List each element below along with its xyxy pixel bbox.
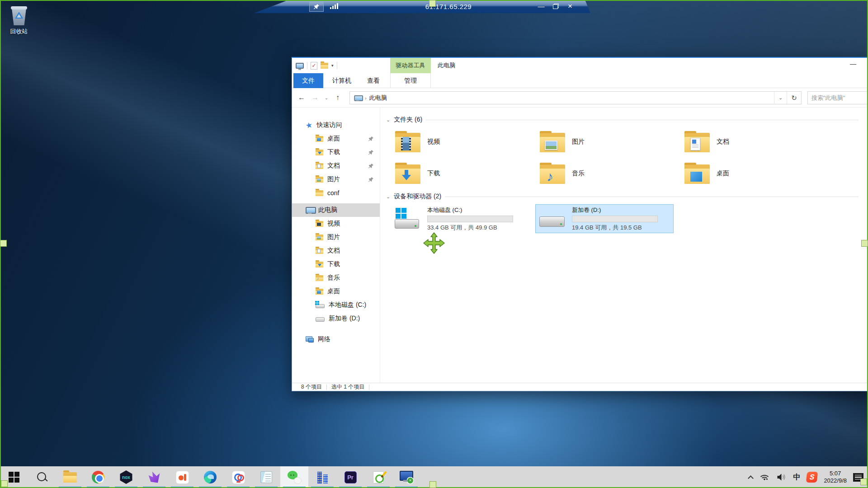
drive-c-tile[interactable]: 本地磁盘 (C:) 33.4 GB 可用，共 49.9 GB <box>391 204 529 233</box>
knot-app-icon <box>232 471 245 483</box>
tab-view[interactable]: 查看 <box>364 73 382 88</box>
ribbon-tab-row: 文件 计算机 查看 管理 <box>292 73 868 88</box>
sidebar-item-network[interactable]: 网络 <box>292 333 380 346</box>
drive-tools-contextual-tab[interactable]: 驱动器工具 <box>390 58 431 73</box>
taskbar-knot-app-icon[interactable] <box>224 466 252 488</box>
folder-tile-documents[interactable]: 文档 <box>680 127 818 156</box>
search-box[interactable] <box>807 91 868 104</box>
recent-locations-caret-icon[interactable]: ⌄ <box>322 95 331 100</box>
sidebar-item-pictures-pc[interactable]: 图片 <box>292 230 380 244</box>
taskbar-premiere-icon[interactable]: Pr <box>336 466 364 488</box>
sidebar-item-downloads[interactable]: 下载 <box>292 145 380 159</box>
folder-tile-music[interactable]: ♪ 音乐 <box>535 159 674 188</box>
breadcrumb-path[interactable]: 此电脑 <box>369 94 387 102</box>
sidebar-item-documents-pc[interactable]: 文档 <box>292 244 380 258</box>
window-title: 此电脑 <box>438 58 455 73</box>
sidebar-item-conf[interactable]: conf <box>292 186 380 200</box>
sidebar-item-this-pc[interactable]: 此电脑 <box>292 203 380 217</box>
pin-icon <box>368 177 374 183</box>
sidebar-item-desktop-pc[interactable]: 桌面 <box>292 285 380 298</box>
drive-d-tile[interactable]: 新加卷 (D:) 19.4 GB 可用，共 19.5 GB <box>535 204 674 233</box>
sidebar-item-downloads-pc[interactable]: 下载 <box>292 258 380 271</box>
recycle-bin[interactable]: 回收站 <box>5 5 33 36</box>
sidebar-item-pictures[interactable]: 图片 <box>292 173 380 186</box>
sogou-icon[interactable]: S <box>806 472 818 483</box>
taskbar-search-button[interactable] <box>28 466 56 488</box>
collapse-chevron-icon[interactable]: ⌄ <box>386 117 390 123</box>
taskbar-remote-desktop-icon[interactable]: × <box>392 466 420 488</box>
volume-icon[interactable] <box>776 473 787 481</box>
taskbar-nox-icon[interactable]: nox <box>112 466 140 488</box>
rdp-minimize-button[interactable]: — <box>534 0 548 13</box>
tab-computer[interactable]: 计算机 <box>330 73 353 88</box>
documents-folder-icon <box>684 131 710 153</box>
capture-handle-bottom-center[interactable] <box>429 481 436 488</box>
sidebar-item-local-disk-c[interactable]: 本地磁盘 (C:) <box>292 298 380 312</box>
sidebar-item-videos[interactable]: 视频 <box>292 217 380 230</box>
drives-group-header[interactable]: ⌄ 设备和驱动器 (2) <box>386 192 859 201</box>
this-pc-window-icon <box>296 63 304 69</box>
taskbar-chrome-icon[interactable] <box>84 466 112 488</box>
capture-handle-left-middle[interactable] <box>0 240 7 247</box>
rdp-close-button[interactable]: × <box>563 0 577 13</box>
taskbar-buildings-app-icon[interactable] <box>308 466 336 488</box>
rdp-pin-button[interactable] <box>309 1 324 12</box>
taskbar-editor-app-icon[interactable] <box>364 466 392 488</box>
folder-tile-videos[interactable]: 视频 <box>391 127 529 156</box>
tray-clock[interactable]: 5:07 2022/9/8 <box>824 470 847 484</box>
sidebar-item-desktop[interactable]: 桌面 <box>292 132 380 145</box>
tab-file[interactable]: 文件 <box>293 73 323 88</box>
buildings-app-icon <box>316 471 329 483</box>
folder-tile-desktop[interactable]: 桌面 <box>680 159 818 188</box>
new-folder-icon[interactable] <box>321 63 328 69</box>
folder-tile-downloads[interactable]: 下载 <box>391 159 529 188</box>
sidebar-item-music[interactable]: ♪ 音乐 <box>292 271 380 285</box>
drive-c-icon <box>395 208 421 230</box>
folders-group-header[interactable]: ⌄ 文件夹 (6) <box>386 116 859 124</box>
pushpin-icon <box>313 4 320 10</box>
tray-expand-chevron-icon[interactable] <box>748 475 754 481</box>
clock-date: 2022/9/8 <box>824 477 847 484</box>
taskbar-notepad-app-icon[interactable] <box>252 466 280 488</box>
capacity-bar <box>572 216 658 222</box>
refresh-button[interactable]: ↻ <box>787 92 801 104</box>
taskbar-orange-dot-app-icon[interactable] <box>168 466 196 488</box>
back-button[interactable]: ← <box>295 94 308 102</box>
search-input[interactable] <box>808 92 868 104</box>
rdp-restore-button[interactable] <box>549 0 562 13</box>
capture-handle-right-middle[interactable] <box>861 240 868 247</box>
window-minimize-button[interactable]: — <box>847 58 859 71</box>
wechat-icon <box>288 471 301 483</box>
folder-tile-pictures[interactable]: 图片 <box>535 127 674 156</box>
sidebar-item-quick-access[interactable]: ★ 快速访问 <box>292 118 380 132</box>
wifi-icon[interactable] <box>759 473 770 481</box>
collapse-chevron-icon[interactable]: ⌄ <box>386 194 390 200</box>
taskbar-explorer-icon[interactable] <box>56 466 84 488</box>
forward-button: → <box>308 94 322 102</box>
windows-logo-icon <box>9 472 19 483</box>
desktop: 回收站 61.171.65.229 — × ✓ ▾ 驱动器工具 此电脑 — <box>0 0 868 488</box>
taskbar-edge-icon[interactable] <box>196 466 224 488</box>
address-dropdown-button[interactable]: ⌄ <box>774 92 787 104</box>
taskbar-purple-app-icon[interactable] <box>140 466 168 488</box>
rdp-connection-bar: 61.171.65.229 — × <box>254 0 590 13</box>
taskbar-wechat-icon[interactable] <box>280 466 308 488</box>
pin-icon <box>368 136 374 142</box>
sidebar-item-documents[interactable]: 文档 <box>292 159 380 173</box>
drive-name: 本地磁盘 (C:) <box>427 206 513 214</box>
capture-handle-bottom-left[interactable] <box>1 480 8 487</box>
address-bar[interactable]: › 此电脑 ⌄ ↻ <box>349 91 802 104</box>
qat-customize-caret-icon[interactable]: ▾ <box>331 63 334 68</box>
up-button[interactable]: ↑ <box>331 94 344 102</box>
capture-handle-top-center[interactable] <box>429 0 436 7</box>
capture-handle-bottom-right[interactable] <box>860 479 867 485</box>
sidebar-item-new-volume-d[interactable]: 新加卷 (D:) <box>292 312 380 325</box>
titlebar[interactable]: ✓ ▾ 驱动器工具 此电脑 — <box>292 58 868 73</box>
breadcrumb-chevron-icon: › <box>365 95 367 101</box>
chrome-icon <box>92 471 104 483</box>
properties-icon[interactable]: ✓ <box>311 62 317 70</box>
pin-icon <box>368 150 374 155</box>
tray-ime-indicator[interactable]: 中 <box>793 473 800 482</box>
quick-access-toolbar: ✓ ▾ <box>296 58 337 73</box>
tab-manage[interactable]: 管理 <box>390 73 431 88</box>
